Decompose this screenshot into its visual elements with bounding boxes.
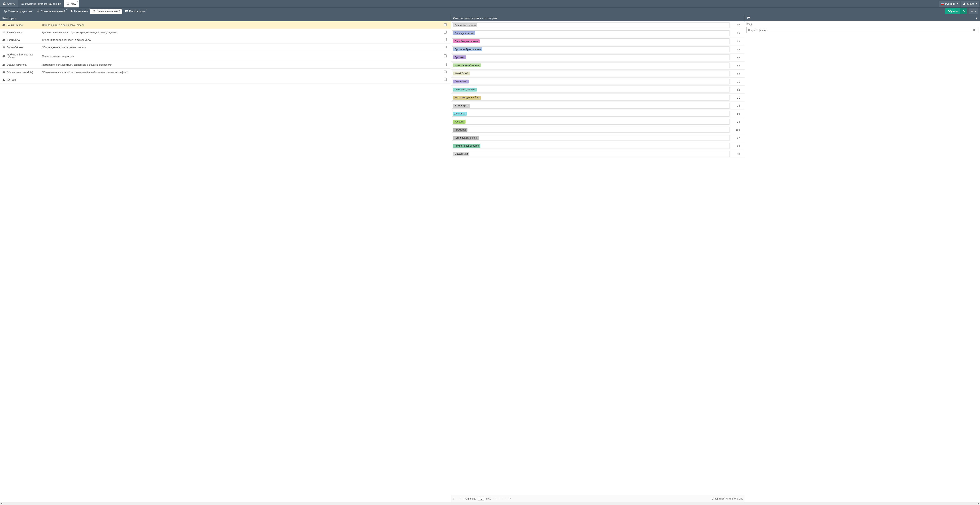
intent-count: 38 <box>730 104 743 107</box>
category-desc: Общие данные по взысканию долгов <box>42 46 442 49</box>
intent-tag[interactable]: Обращусь снова <box>453 31 475 35</box>
intent-row[interactable]: Готов придти в банк97 <box>451 134 745 142</box>
intent-row[interactable]: Банк закрыт38 <box>451 102 745 110</box>
intent-row[interactable]: Процент99 <box>451 54 745 62</box>
category-checkbox[interactable] <box>444 63 447 66</box>
intent-tag[interactable]: Онлайн-приложение <box>453 40 480 43</box>
category-checkbox[interactable] <box>444 38 447 41</box>
category-row[interactable]: Долги/ОбщееОбщие данные по взысканию дол… <box>0 44 450 51</box>
scroll-right-icon[interactable]: ▶ <box>977 502 980 505</box>
close-icon[interactable]: ✕ <box>66 8 68 11</box>
intent-row[interactable]: Уже приходила в банк21 <box>451 94 745 102</box>
intent-tag[interactable]: Вопрос от клиента <box>453 23 477 27</box>
category-checkbox[interactable] <box>444 46 447 48</box>
category-name: Банки/Услуги <box>7 31 42 34</box>
intent-tag[interactable]: Мошенники <box>453 152 469 156</box>
category-row[interactable]: Мобильный оператор/ОбщееСвязь, сотовые о… <box>0 51 450 61</box>
intent-tag[interactable]: Доставка <box>453 112 467 116</box>
intent-list-panel: Список намерений из категории Вопрос от … <box>451 15 745 502</box>
category-row[interactable]: тестовая <box>0 76 450 84</box>
close-icon[interactable]: ✕ <box>33 8 35 11</box>
category-checkbox[interactable] <box>444 31 447 33</box>
intent-row[interactable]: Льготные условия52 <box>451 86 745 94</box>
tab-intent-dict-label: Словарь намерений <box>41 10 65 13</box>
horizontal-scrollbar[interactable]: ◀ ▶ <box>0 502 980 505</box>
group-icon <box>2 71 7 74</box>
send-button[interactable] <box>971 27 978 33</box>
intent-row[interactable]: Доставка58 <box>451 110 745 118</box>
close-icon[interactable]: ✕ <box>121 8 123 11</box>
category-name: Долги/ЖКХ <box>7 38 42 41</box>
category-row[interactable]: Долги/ЖКХДиалоги по задолженности в сфер… <box>0 36 450 44</box>
intent-row[interactable]: Навязывание/Негатив63 <box>451 62 745 70</box>
tab-intent-catalog[interactable]: Каталог намерений ✕ <box>91 9 122 14</box>
category-checkbox[interactable] <box>444 23 447 26</box>
intent-cell: Придет в банк завтра <box>452 143 730 149</box>
close-icon[interactable]: ✕ <box>76 0 78 3</box>
intent-tag[interactable]: Готов придти в банк <box>453 136 479 140</box>
intent-row[interactable]: Прописка/Гражданство59 <box>451 46 745 54</box>
user-menu[interactable]: c1830 <box>961 1 979 7</box>
intent-tag[interactable]: Придет в банк завтра <box>453 144 480 148</box>
intent-tag[interactable]: Пенсионер <box>453 79 469 84</box>
intent-cell: Готов придти в банк <box>452 135 730 141</box>
tab-entity-dict[interactable]: Словарь сущностей ✕ <box>2 9 34 14</box>
intent-cell: Прописка/Гражданство <box>452 46 730 52</box>
intent-row[interactable]: Обращусь снова58 <box>451 29 745 37</box>
category-checkbox[interactable] <box>444 54 447 57</box>
category-row[interactable]: Банки/ОбщееОбщие данные в банковской сфе… <box>0 21 450 29</box>
intent-row[interactable]: Онлайн-приложение52 <box>451 37 745 46</box>
intent-row[interactable]: Промокод154 <box>451 126 745 134</box>
pager-refresh[interactable] <box>508 497 512 500</box>
close-icon[interactable]: ✕ <box>146 8 148 11</box>
intent-count: 154 <box>730 129 743 131</box>
intent-tag[interactable]: Банк закрыт <box>453 104 470 108</box>
menu-button[interactable] <box>969 8 978 14</box>
pager-prev[interactable]: ‹ <box>459 497 461 500</box>
agents-icon <box>3 2 6 5</box>
intent-row[interactable]: Пенсионер21 <box>451 78 745 86</box>
phrase-input[interactable] <box>746 27 971 33</box>
category-checkbox[interactable] <box>444 78 447 81</box>
intent-row[interactable]: Какой банк?54 <box>451 70 745 78</box>
intent-tag[interactable]: Промокод <box>453 128 468 132</box>
teach-button[interactable]: Обучить <box>945 8 967 14</box>
nav-new-tab[interactable]: New ✕ <box>64 0 79 8</box>
reload-icon[interactable] <box>960 8 967 14</box>
category-row[interactable]: Общая тематика (Lite)Облегченная версия … <box>0 68 450 76</box>
intent-tag[interactable]: Условия <box>453 120 466 124</box>
intent-tag[interactable]: Льготные условия <box>453 87 477 92</box>
tab-intents[interactable]: Намерения ✕ <box>68 9 90 14</box>
nav-agents[interactable]: Агенты <box>0 0 18 8</box>
category-row[interactable]: Общая тематикаНамерения пользователя, св… <box>0 61 450 68</box>
scroll-track[interactable] <box>3 502 977 505</box>
category-checkbox-wrap <box>442 54 448 58</box>
intent-row[interactable]: Условия23 <box>451 118 745 126</box>
intent-row[interactable]: Мошенники48 <box>451 150 745 158</box>
intent-tag[interactable]: Прописка/Гражданство <box>453 48 482 51</box>
intent-row[interactable]: Придет в банк завтра64 <box>451 142 745 150</box>
intent-tag[interactable]: Навязывание/Негатив <box>453 64 481 67</box>
pager-page-input[interactable] <box>478 497 484 501</box>
tab-import-phrases[interactable]: Импорт фраз ✕ <box>123 9 147 14</box>
intent-tag[interactable]: Какой банк? <box>453 71 470 75</box>
intent-count: 52 <box>730 40 743 43</box>
intent-tag[interactable]: Уже приходила в банк <box>453 95 481 100</box>
tag-icon <box>70 10 73 13</box>
intent-tag[interactable]: Процент <box>453 56 466 59</box>
scroll-left-icon[interactable]: ◀ <box>0 502 3 505</box>
intent-row[interactable]: Вопрос от клиента27 <box>451 21 745 29</box>
language-selector[interactable]: Русский <box>939 1 960 7</box>
close-icon[interactable]: ✕ <box>88 8 91 11</box>
nav-catalog-editor[interactable]: Редактор каталога намерений <box>18 0 64 8</box>
tab-intent-dict[interactable]: Словарь намерений ✕ <box>35 9 67 14</box>
pager: « | ‹ | Страница из 1 | › | » | Отобража… <box>451 495 745 502</box>
collapse-icon[interactable]: ▶ <box>976 17 978 19</box>
pager-last[interactable]: » <box>501 497 504 500</box>
pager-first[interactable]: « <box>452 497 455 500</box>
category-checkbox[interactable] <box>444 71 447 73</box>
group-icon <box>2 55 7 58</box>
category-row[interactable]: Банки/УслугиДанные связанные с вкладами,… <box>0 29 450 36</box>
user-icon <box>963 2 966 5</box>
pager-next[interactable]: › <box>495 497 497 500</box>
